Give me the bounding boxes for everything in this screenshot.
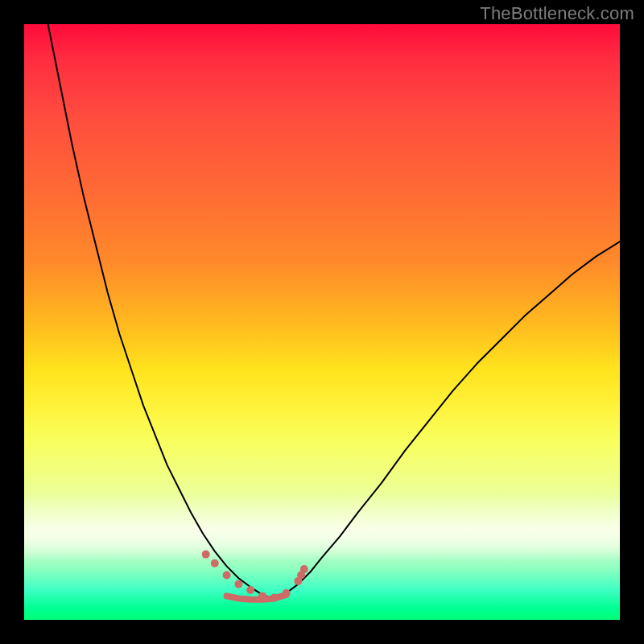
marker-bottom-markers (246, 586, 254, 594)
curve-bottom-link-segment (227, 595, 287, 600)
marker-bottom-markers (300, 565, 308, 573)
chart-frame: TheBottleneck.com (0, 0, 644, 644)
curve-right-curve (275, 242, 620, 599)
plot-area (24, 24, 620, 620)
marker-bottom-markers (223, 572, 231, 580)
marker-bottom-markers (211, 559, 219, 568)
curve-left-curve (48, 24, 275, 599)
marker-bottom-markers (202, 551, 210, 559)
curve-layer (24, 24, 620, 620)
marker-bottom-markers (234, 580, 242, 588)
watermark-text: TheBottleneck.com (480, 3, 634, 24)
